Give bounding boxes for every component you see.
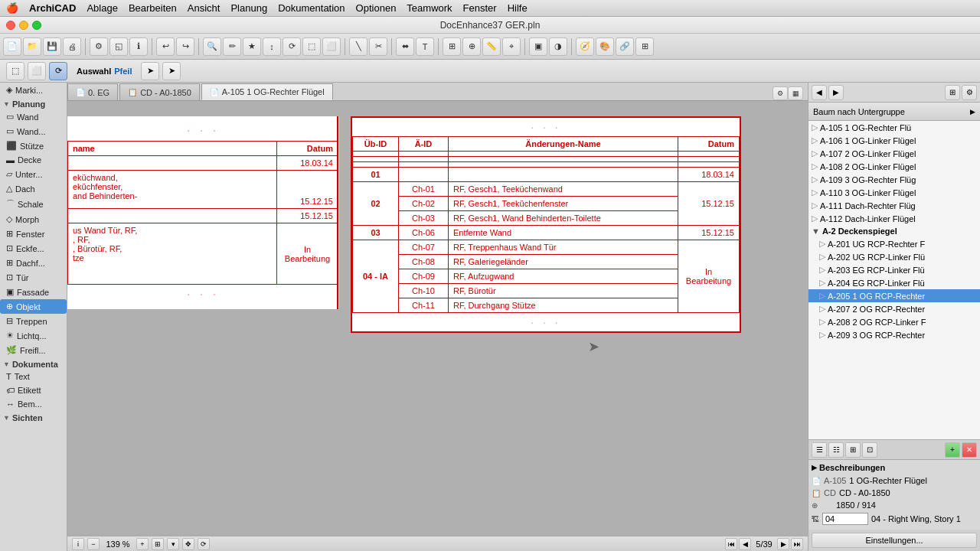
tree-item-a209[interactable]: ▷ A-209 3 OG RCP-Rechter [808,328,980,341]
tree-section-a2[interactable]: ▼ A-2 Deckenspiegel [808,225,980,237]
drawing-canvas[interactable]: · · · name Datum 18.03.14 [67,101,808,536]
status-zoom-out-button[interactable]: − [87,538,100,550]
remove-button[interactable]: ✕ [962,442,977,458]
extend-button[interactable]: ⊞ [635,37,654,56]
layer-button[interactable]: ◱ [109,37,128,56]
tree-item-a202[interactable]: ▷ A-202 UG RCP-Linker Flü [808,250,980,263]
refresh-button[interactable]: ⟳ [198,538,210,550]
pan-button[interactable]: ✥ [182,538,194,550]
zoom-options-button[interactable]: ⚙ [773,86,788,100]
view3d-button[interactable]: ▣ [529,37,547,56]
view-grid-button[interactable]: ⊞ [845,442,861,458]
open-button[interactable]: 📁 [23,37,41,56]
view-compact-button[interactable]: ⊡ [862,442,877,458]
select-button[interactable]: ⬚ [302,37,321,56]
dimension-button[interactable]: ⬌ [396,37,414,56]
navigator-button[interactable]: 🧭 [576,37,594,56]
sidebar-item-objekt[interactable]: ⊕ Objekt [0,299,67,314]
close-button[interactable] [6,21,15,30]
zoom-options-dropdown[interactable]: ▾ [167,538,179,550]
menu-ablage[interactable]: Ablage [87,2,117,14]
cursor-button[interactable]: ➤ [141,62,159,80]
sidebar-item-dachf[interactable]: ⊞ Dachf... [0,256,67,270]
sidebar-item-bem[interactable]: ↔ Bem... [0,397,67,411]
rp-zoom-button[interactable]: ⊞ [945,85,960,100]
select-poly-button[interactable]: ⬜ [28,62,46,80]
tree-item-a205[interactable]: ▷ A-205 1 OG RCP-Rechter [808,289,980,302]
special-cursor-button[interactable]: ➤ [162,62,181,80]
tree-item-a203[interactable]: ▷ A-203 EG RCP-Linker Flü [808,263,980,276]
grid-button[interactable]: ⊞ [443,37,461,56]
pencil-button[interactable]: ✏ [223,37,241,56]
star-button[interactable]: ★ [243,37,261,56]
rp-right-button[interactable]: ▶ [828,85,844,100]
rp-left-button[interactable]: ◀ [812,85,827,100]
info-button[interactable]: ℹ [129,37,148,56]
measure-button[interactable]: 📏 [482,37,501,56]
tree-item-a207[interactable]: ▷ A-207 2 OG RCP-Rechter [808,302,980,315]
rotate-button[interactable]: ⟳ [283,37,301,56]
menu-optionen[interactable]: Optionen [356,2,397,14]
save-button[interactable]: 💾 [43,37,61,56]
sidebar-item-freifl[interactable]: 🌿 Freifl... [0,343,67,357]
status-zoom-in-button[interactable]: + [136,538,149,550]
select-arrow-button[interactable]: ⟳ [49,62,67,80]
tab-a105[interactable]: 📄 A-105 1 OG-Rechter Flügel [201,83,333,100]
sidebar-section-dokumenta[interactable]: ▼ Dokumenta [0,357,67,370]
tree-item-a110[interactable]: ▷ A-110 3 OG-Linker Flügel [808,186,980,199]
snap-button[interactable]: ⊕ [462,37,481,56]
tree-item-a108[interactable]: ▷ A-108 2 OG-Linker Flügel [808,160,980,173]
status-zoom-fit-button[interactable]: ⊞ [152,538,164,550]
prev-page-button[interactable]: ◀ [739,538,751,550]
sidebar-item-schale[interactable]: ⌒ Schale [0,196,67,212]
menu-dokumentation[interactable]: Dokumentation [278,2,345,14]
tab-0-eg[interactable]: 📄 0. EG [67,83,118,100]
tree-item-a111[interactable]: ▷ A-111 Dach-Rechter Flüg [808,199,980,212]
sidebar-section-planung[interactable]: ▼ Planung [0,97,67,109]
menu-teamwork[interactable]: Teamwork [407,2,452,14]
menu-planung[interactable]: Planung [230,2,267,14]
tree-item-a107[interactable]: ▷ A-107 2 OG-Linker Flügel [808,147,980,160]
sidebar-item-treppen[interactable]: ⊟ Treppen [0,314,67,328]
sidebar-item-morph[interactable]: ◇ Morph [0,212,67,227]
maximize-button[interactable] [32,21,41,30]
einstellungen-button[interactable]: Einstellungen... [812,533,977,548]
new-button[interactable]: 📄 [3,37,21,56]
sidebar-item-wand2[interactable]: ▭ Wand... [0,124,67,139]
sidebar-item-lichtq[interactable]: ☀ Lichtq... [0,328,67,343]
menu-hilfe[interactable]: Hilfe [508,2,528,14]
tab-cd[interactable]: 📋 CD - A0-1850 [119,83,200,100]
sidebar-item-unter[interactable]: ▱ Unter... [0,167,67,181]
sidebar-item-text[interactable]: T Text [0,370,67,383]
minimize-button[interactable] [19,21,28,30]
text-tool-button[interactable]: T [416,37,434,56]
sidebar-item-marking[interactable]: ◈ Marki... [0,83,67,97]
add-button[interactable]: + [945,442,960,458]
coord-button[interactable]: ⌖ [502,37,521,56]
tree-item-a106[interactable]: ▷ A-106 1 OG-Linker Flügel [808,134,980,147]
zoom-fit-button[interactable]: 🔍 [203,37,221,56]
palette-button[interactable]: 🎨 [596,37,614,56]
select-box-button[interactable]: ⬚ [6,62,24,80]
field4-input[interactable] [822,513,868,525]
print-button[interactable]: 🖨 [63,37,81,56]
settings-button[interactable]: ⚙ [90,37,108,56]
view-details-button[interactable]: ☷ [828,442,844,458]
menu-bearbeiten[interactable]: Bearbeiten [129,2,177,14]
sidebar-item-stutze[interactable]: ⬛ Stütze [0,139,67,153]
redo-button[interactable]: ↪ [176,37,194,56]
navigator-tree[interactable]: ▷ A-105 1 OG-Rechter Flü ▷ A-106 1 OG-Li… [808,121,980,439]
panel-button[interactable]: ▦ [788,86,803,100]
view-list-button[interactable]: ☰ [812,442,827,458]
next-page-button[interactable]: ▶ [777,538,789,550]
tree-item-a204[interactable]: ▷ A-204 EG RCP-Linker Flü [808,276,980,289]
last-page-button[interactable]: ⏭ [791,538,803,550]
sidebar-section-sichten[interactable]: ▼ Sichten [0,411,67,423]
line-button[interactable]: ╲ [349,37,368,56]
undo-button[interactable]: ↩ [156,37,175,56]
shade-button[interactable]: ◑ [549,37,567,56]
tree-item-a105[interactable]: ▷ A-105 1 OG-Rechter Flü [808,121,980,134]
menu-ansicht[interactable]: Ansicht [188,2,220,14]
tree-item-a109[interactable]: ▷ A-109 3 OG-Rechter Flüg [808,173,980,186]
first-page-button[interactable]: ⏮ [725,538,737,550]
